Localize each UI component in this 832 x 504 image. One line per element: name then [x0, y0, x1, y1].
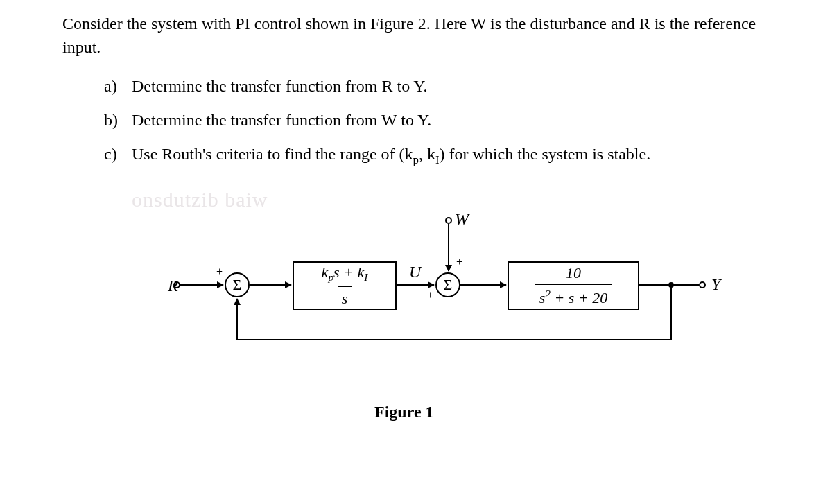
figure-caption: Figure 1 — [374, 403, 434, 422]
feedback-down — [670, 285, 672, 340]
plant-s: s — [539, 289, 546, 306]
part-a: a) Determine the transfer function from … — [104, 77, 790, 96]
feedback-horiz — [236, 339, 672, 340]
input-terminal-w — [445, 217, 452, 224]
plant-s-sup: 2 — [545, 288, 551, 299]
problem-parts: a) Determine the transfer function from … — [42, 77, 790, 167]
kp-subscript: p — [413, 153, 419, 166]
wire-w-to-sum2 — [448, 224, 449, 271]
part-c: c) Use Routh's criteria to find the rang… — [104, 145, 790, 167]
plant-suffix: + s + 20 — [551, 289, 607, 306]
label-w: W — [455, 210, 469, 229]
controller-tf: kps + kI s — [318, 263, 372, 307]
sum-node-2: Σ — [435, 272, 460, 297]
plant-tf: 10 s2 + s + 20 — [535, 264, 612, 307]
plant-denominator: s2 + s + 20 — [535, 284, 612, 307]
sum1-plus: + — [216, 266, 223, 278]
watermark-text: onsdutzib baiw — [132, 188, 268, 211]
output-terminal-y — [699, 281, 706, 288]
part-b-label: b) — [104, 111, 132, 130]
label-u: U — [409, 263, 421, 281]
part-c-suffix: ) for which the system is stable. — [440, 145, 651, 163]
problem-intro: Consider the system with PI control show… — [42, 12, 790, 59]
part-b-text: Determine the transfer function from W t… — [132, 111, 431, 130]
ctrl-ki-sub: I — [364, 272, 367, 284]
controller-numerator: kps + kI — [318, 263, 372, 285]
sum1-minus: − — [226, 300, 232, 313]
part-a-label: a) — [104, 77, 132, 96]
wire-sum2-to-plant — [460, 284, 506, 286]
wire-ctrl-to-sum2 — [397, 284, 434, 286]
part-c-label: c) — [104, 145, 132, 167]
ctrl-kp-sub: p — [328, 272, 333, 284]
sum2-plus-top: + — [456, 256, 462, 268]
part-a-text: Determine the transfer function from R t… — [132, 77, 428, 96]
part-b: b) Determine the transfer function from … — [104, 111, 790, 130]
sum-node-1: Σ — [225, 272, 250, 297]
feedback-up — [236, 299, 238, 340]
part-c-prefix: Use Routh's criteria to find the range o… — [132, 145, 413, 163]
wire-r-to-sum1 — [180, 284, 223, 286]
plant-numerator: 10 — [562, 264, 585, 284]
part-c-text: Use Routh's criteria to find the range o… — [132, 145, 650, 167]
label-r: R — [168, 277, 178, 295]
sum2-plus-left: + — [427, 289, 433, 302]
plant-block: 10 s2 + s + 20 — [508, 261, 639, 310]
ctrl-k1: k — [322, 263, 329, 281]
block-diagram: R + Σ − kps + kI s U W + Σ + — [173, 229, 728, 382]
wire-sum1-to-ctrl — [250, 284, 291, 286]
ctrl-mid: s + k — [333, 263, 364, 281]
label-y: Y — [711, 275, 720, 294]
block-diagram-figure: onsdutzib baiw R + Σ − kps + kI s U W + — [42, 188, 790, 437]
controller-block: kps + kI s — [293, 261, 397, 310]
part-c-mid: , k — [419, 145, 435, 163]
controller-denominator: s — [338, 286, 352, 308]
